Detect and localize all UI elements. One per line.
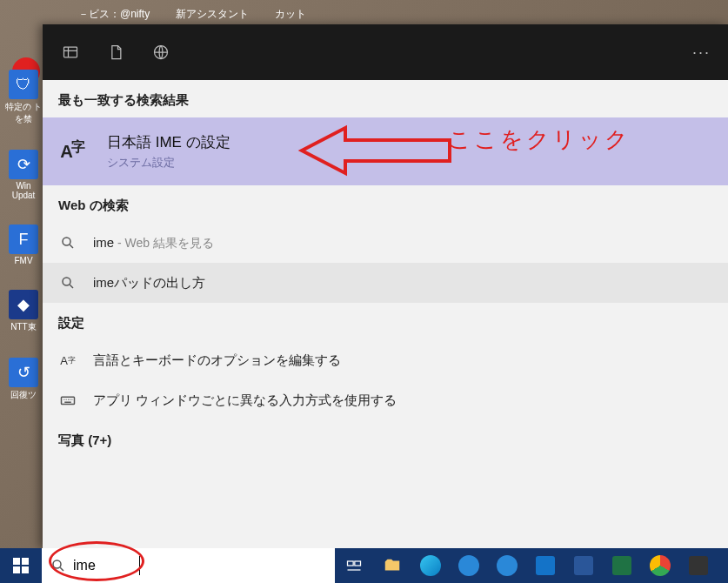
web-result-label: ime xyxy=(93,235,114,250)
edge-icon xyxy=(420,555,441,576)
panel-more-button[interactable]: ··· xyxy=(682,44,721,62)
search-icon xyxy=(58,233,77,252)
svg-rect-6 xyxy=(62,397,75,404)
update-icon: ⟳ xyxy=(9,150,38,179)
icon-label: FMV xyxy=(14,256,32,265)
svg-rect-12 xyxy=(348,561,354,566)
shortcut-label: －ビス：@nifty xyxy=(78,7,150,22)
icon-label: 特定の トを禁 xyxy=(3,101,43,125)
search-icon xyxy=(58,273,77,292)
annotation-arrow xyxy=(277,123,451,178)
desktop: －ビス：@nifty 新アシスタント カット 🛡 特定の トを禁 ⟳ Win U… xyxy=(0,0,728,583)
word-icon xyxy=(574,556,593,575)
settings-item[interactable]: アプリ ウィンドウごとに異なる入力方式を使用する xyxy=(43,380,728,420)
start-button[interactable] xyxy=(0,548,42,583)
explorer-button[interactable] xyxy=(373,548,411,583)
annotation-text: ここをクリック xyxy=(448,124,631,155)
shortcut-label: 新アシスタント xyxy=(176,7,249,22)
keyboard-icon xyxy=(58,391,77,410)
task-view-button[interactable] xyxy=(335,548,373,583)
search-results-panel: ··· 最も一致する検索結果 A 字 日本語 IME の設定 システム設定 ここ… xyxy=(43,24,728,548)
taskbar-search-input[interactable] xyxy=(73,548,326,583)
scope-all-button[interactable] xyxy=(50,31,91,73)
calculator-icon xyxy=(689,556,708,575)
desktop-icons-column: 🛡 特定の トを禁 ⟳ Win Updat F FMV ◆ NTT東 ↺ 回復ツ xyxy=(3,70,43,401)
calculator-button[interactable] xyxy=(679,548,718,583)
section-header-best: 最も一致する検索結果 xyxy=(43,80,728,117)
section-header-photos: 写真 (7+) xyxy=(43,420,728,458)
outlook-icon xyxy=(536,556,555,575)
word-button[interactable] xyxy=(564,548,603,583)
document-icon xyxy=(107,44,124,61)
language-icon: A 字 xyxy=(58,136,90,167)
best-match-title: 日本語 IME の設定 xyxy=(107,132,230,152)
svg-rect-0 xyxy=(64,47,77,57)
desktop-icon-recover[interactable]: ↺ 回復ツ xyxy=(3,358,43,401)
web-result-item[interactable]: ime - Web 結果を見る xyxy=(43,223,728,263)
mail-button[interactable] xyxy=(450,548,488,583)
desktop-icon-update[interactable]: ⟳ Win Updat xyxy=(3,150,43,200)
svg-text:字: 字 xyxy=(71,138,85,154)
web-result-sub: - Web 結果を見る xyxy=(114,236,214,250)
icon-label: NTT東 xyxy=(10,321,36,333)
svg-rect-9 xyxy=(13,566,20,573)
store-icon xyxy=(497,555,518,576)
icon-label: 回復ツ xyxy=(10,389,37,401)
search-icon xyxy=(50,558,66,573)
grid-icon xyxy=(62,44,79,61)
desktop-icon-ntt[interactable]: ◆ NTT東 xyxy=(3,290,43,333)
store-button[interactable] xyxy=(488,548,526,583)
recover-icon: ↺ xyxy=(9,358,38,387)
taskbar-search-box[interactable] xyxy=(42,548,335,583)
svg-point-11 xyxy=(53,560,61,568)
svg-point-4 xyxy=(63,238,70,245)
taskview-icon xyxy=(345,557,363,574)
svg-rect-10 xyxy=(22,566,29,573)
outlook-button[interactable] xyxy=(526,548,564,583)
svg-rect-7 xyxy=(13,558,20,565)
section-header-settings: 設定 xyxy=(43,303,728,340)
best-match-subtitle: システム設定 xyxy=(107,155,230,171)
desktop-shortcut-labels: －ビス：@nifty 新アシスタント カット xyxy=(78,7,306,22)
settings-item[interactable]: A字 言語とキーボードのオプションを編集する xyxy=(43,340,728,380)
web-result-item[interactable]: imeパッドの出し方 xyxy=(43,263,728,303)
svg-point-5 xyxy=(63,278,70,285)
settings-item-label: 言語とキーボードのオプションを編集する xyxy=(93,352,341,369)
scope-web-button[interactable] xyxy=(140,31,182,73)
panel-topbar: ··· xyxy=(43,24,728,80)
best-match-item[interactable]: A 字 日本語 IME の設定 システム設定 ここをクリック xyxy=(43,117,728,185)
shield-icon: 🛡 xyxy=(9,70,38,99)
taskbar-apps xyxy=(335,548,718,583)
scope-docs-button[interactable] xyxy=(95,31,137,73)
edge-button[interactable] xyxy=(411,548,450,583)
chrome-icon xyxy=(650,555,671,576)
desktop-icon-security[interactable]: 🛡 特定の トを禁 xyxy=(3,70,43,125)
excel-icon xyxy=(612,556,631,575)
best-match-text: 日本語 IME の設定 システム設定 xyxy=(107,132,230,171)
section-header-web: Web の検索 xyxy=(43,185,728,223)
settings-item-label: アプリ ウィンドウごとに異なる入力方式を使用する xyxy=(93,392,397,409)
mail-icon xyxy=(458,555,479,576)
fmv-icon: F xyxy=(9,224,38,254)
windows-icon xyxy=(13,558,29,573)
language-small-icon: A字 xyxy=(58,351,77,370)
text-caret xyxy=(139,556,140,575)
icon-label: Win Updat xyxy=(3,181,43,200)
folder-icon xyxy=(383,556,402,575)
web-result-label: imeパッドの出し方 xyxy=(93,275,205,292)
shortcut-label: カット xyxy=(275,7,306,22)
desktop-icon-fmv[interactable]: F FMV xyxy=(3,224,43,265)
ntt-icon: ◆ xyxy=(9,290,38,319)
svg-rect-13 xyxy=(355,561,361,566)
globe-icon xyxy=(152,44,170,61)
excel-button[interactable] xyxy=(603,548,641,583)
taskbar xyxy=(0,548,728,583)
panel-body: 最も一致する検索結果 A 字 日本語 IME の設定 システム設定 ここをクリッ… xyxy=(43,80,728,548)
svg-rect-8 xyxy=(22,558,29,565)
ellipsis-icon: ··· xyxy=(692,44,711,61)
chrome-button[interactable] xyxy=(641,548,679,583)
